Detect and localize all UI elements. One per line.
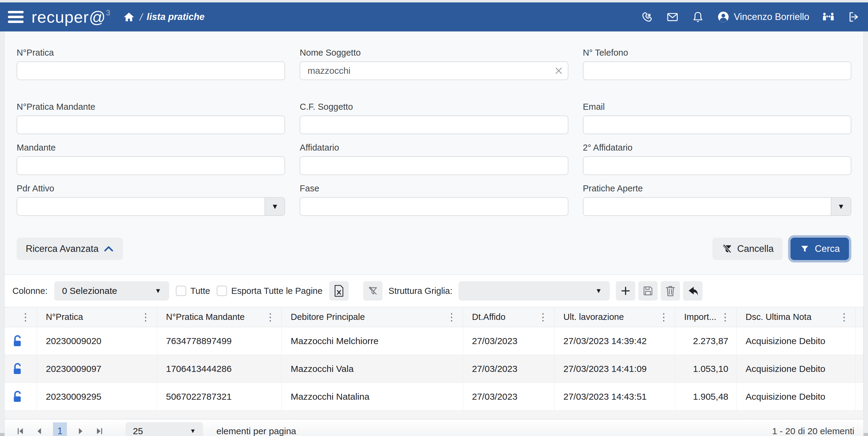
add-layout-button[interactable] bbox=[616, 281, 635, 301]
column-menu-icon[interactable]: ⋮ bbox=[717, 312, 733, 322]
cell-nota: Acquisizione Debito bbox=[736, 327, 855, 355]
chevron-down-icon[interactable]: ▼ bbox=[265, 198, 284, 215]
undo-layout-button[interactable] bbox=[683, 281, 703, 301]
n-telefono-input[interactable] bbox=[584, 62, 851, 79]
pratiche-table: ⋮ N°Pratica⋮ N°Pratica Mandante⋮ Debitor… bbox=[4, 307, 864, 411]
column-menu-icon[interactable]: ⋮ bbox=[836, 312, 852, 322]
last-page-icon[interactable] bbox=[93, 425, 106, 436]
chevron-down-icon[interactable]: ▼ bbox=[831, 198, 851, 215]
n-pratica-mandante-input[interactable] bbox=[17, 116, 284, 134]
column-header-n-pratica[interactable]: N°Pratica⋮ bbox=[37, 307, 157, 327]
grid-panel: Colonne: 0 Selezionate ▼ Tutte Esporta T… bbox=[4, 274, 864, 436]
user-menu[interactable]: Vincenzo Borriello bbox=[717, 10, 809, 23]
colonne-select[interactable]: 0 Selezionate ▼ bbox=[54, 281, 169, 301]
column-header-n-pratica-mandante[interactable]: N°Pratica Mandante⋮ bbox=[157, 307, 281, 327]
app-logo[interactable]: recuper@ 3 bbox=[31, 7, 111, 26]
fase-input[interactable] bbox=[300, 198, 567, 215]
unlock-icon[interactable] bbox=[12, 390, 34, 403]
cerca-button[interactable]: Cerca bbox=[790, 238, 849, 260]
cf-soggetto-input[interactable] bbox=[300, 116, 567, 134]
cf-soggetto-label: C.F. Soggetto bbox=[300, 102, 568, 112]
table-row[interactable]: 20230009020 7634778897499 Mazzocchi Melc… bbox=[4, 327, 864, 355]
pratiche-aperte-label: Pratiche Aperte bbox=[583, 183, 851, 194]
pdr-attivo-select[interactable] bbox=[17, 198, 265, 215]
row-menu-column-header[interactable]: ⋮ bbox=[4, 307, 37, 327]
page-size-select[interactable]: 25 ▼ bbox=[126, 422, 203, 436]
column-header-dt-affido[interactable]: Dt.Affido⋮ bbox=[463, 307, 554, 327]
colonne-label: Colonne: bbox=[12, 286, 48, 296]
cell-importo: 2.273,87 bbox=[675, 327, 736, 355]
table-row[interactable]: 20230009097 1706413444286 Mazzocchi Vala… bbox=[4, 355, 864, 383]
ricerca-avanzata-button[interactable]: Ricerca Avanzata bbox=[17, 238, 123, 260]
field-cf-soggetto: C.F. Soggetto bbox=[300, 102, 568, 134]
search-panel: N°Pratica Nome Soggetto N° Telefono N°Pr… bbox=[4, 31, 864, 274]
clear-input-icon[interactable] bbox=[550, 62, 568, 79]
notifications-bell-icon[interactable] bbox=[691, 10, 704, 23]
column-menu-icon[interactable]: ⋮ bbox=[444, 312, 460, 322]
cell-n-pratica: 20230009295 bbox=[37, 383, 157, 411]
pratiche-aperte-select[interactable] bbox=[584, 198, 831, 215]
mandante-input[interactable] bbox=[17, 157, 284, 174]
people-arrows-icon[interactable] bbox=[822, 10, 835, 23]
ricerca-avanzata-label: Ricerca Avanzata bbox=[26, 243, 99, 254]
undo-arrow-icon bbox=[687, 286, 698, 296]
affidatario-input[interactable] bbox=[300, 157, 567, 174]
cerca-label: Cerca bbox=[815, 243, 840, 254]
first-page-icon[interactable] bbox=[13, 425, 27, 436]
delete-layout-button[interactable] bbox=[661, 281, 680, 301]
next-page-icon[interactable] bbox=[74, 425, 88, 436]
menu-icon[interactable] bbox=[8, 11, 24, 23]
column-header-dsc-ultima-nota[interactable]: Dsc. Ultima Nota⋮ bbox=[736, 307, 855, 327]
phone-incoming-icon[interactable] bbox=[641, 10, 653, 23]
current-page-button[interactable]: 1 bbox=[53, 423, 67, 436]
unlock-icon[interactable] bbox=[12, 334, 34, 348]
filter-icon bbox=[800, 244, 810, 254]
items-range-label: 1 - 20 di 20 elementi bbox=[772, 426, 855, 436]
esporta-checkbox-group: Esporta Tutte le Pagine bbox=[217, 286, 322, 296]
cell-dt-affido: 27/03/2023 bbox=[463, 327, 554, 355]
column-header-debitore-principale[interactable]: Debitore Principale⋮ bbox=[281, 307, 463, 327]
export-excel-button[interactable] bbox=[329, 281, 349, 301]
cell-debitore: Mazzocchi Melchiorre bbox=[281, 327, 463, 355]
struttura-griglia-select[interactable]: ▼ bbox=[459, 281, 610, 301]
column-menu-icon[interactable]: ⋮ bbox=[262, 312, 278, 322]
breadcrumb-separator: / bbox=[140, 11, 142, 23]
breadcrumb: / lista pratiche bbox=[123, 10, 205, 23]
tutte-checkbox[interactable] bbox=[176, 286, 186, 296]
nome-soggetto-input[interactable] bbox=[300, 62, 549, 79]
column-header-ult-lavorazione[interactable]: Ult. lavorazione⋮ bbox=[554, 307, 675, 327]
esporta-checkbox[interactable] bbox=[217, 286, 227, 296]
table-header-row: ⋮ N°Pratica⋮ N°Pratica Mandante⋮ Debitor… bbox=[4, 307, 864, 327]
column-menu-icon[interactable]: ⋮ bbox=[535, 312, 551, 322]
column-header-importo[interactable]: Import...⋮ bbox=[675, 307, 736, 327]
previous-page-icon[interactable] bbox=[32, 425, 46, 436]
cell-n-pratica: 20230009020 bbox=[37, 327, 157, 355]
mail-icon[interactable] bbox=[666, 10, 679, 23]
kebab-menu-icon[interactable]: ⋮ bbox=[18, 312, 34, 322]
grid-toolbar: Colonne: 0 Selezionate ▼ Tutte Esporta T… bbox=[4, 275, 864, 307]
email-input[interactable] bbox=[584, 116, 851, 134]
save-floppy-icon bbox=[643, 286, 653, 296]
cell-nota: Acquisizione Debito bbox=[736, 383, 855, 411]
column-menu-icon[interactable]: ⋮ bbox=[138, 312, 154, 322]
home-icon[interactable] bbox=[123, 10, 135, 23]
fase-label: Fase bbox=[300, 183, 568, 194]
chevron-down-icon: ▼ bbox=[190, 428, 196, 435]
save-layout-button[interactable] bbox=[638, 281, 658, 301]
table-row-partial bbox=[4, 411, 864, 419]
logout-icon[interactable] bbox=[847, 10, 860, 23]
column-header-partial[interactable]: C bbox=[855, 307, 864, 327]
struttura-griglia-label: Struttura Griglia: bbox=[389, 286, 453, 296]
cell-ult-lavorazione: 27/03/2023 14:39:42 bbox=[554, 327, 675, 355]
clear-grid-filter-button[interactable] bbox=[363, 281, 382, 301]
unlock-icon[interactable] bbox=[12, 362, 34, 375]
cell-importo: 1.053,10 bbox=[675, 355, 736, 383]
secondo-affidatario-input[interactable] bbox=[584, 157, 851, 174]
breadcrumb-current: lista pratiche bbox=[147, 11, 205, 22]
table-row[interactable]: 20230009295 5067022787321 Mazzocchi Nata… bbox=[4, 383, 864, 411]
field-email: Email bbox=[583, 102, 851, 134]
cancella-button[interactable]: Cancella bbox=[712, 238, 783, 260]
chevron-down-icon: ▼ bbox=[586, 287, 602, 295]
n-pratica-input[interactable] bbox=[17, 62, 284, 79]
column-menu-icon[interactable]: ⋮ bbox=[656, 312, 672, 322]
